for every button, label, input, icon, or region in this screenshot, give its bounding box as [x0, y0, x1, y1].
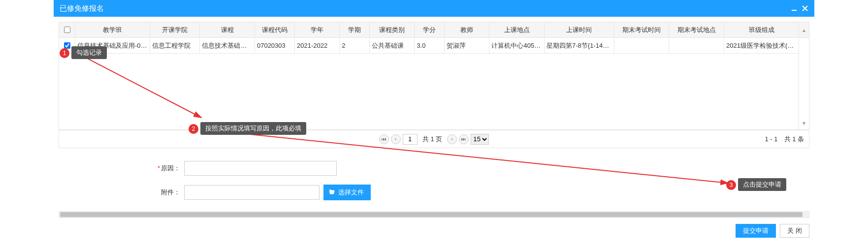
content-area: 1 勾选记录 2 按照实际情况填写原因，此项必填 3 点击提交申请	[54, 17, 814, 242]
cell-term: 2	[340, 38, 370, 54]
attach-input[interactable]	[184, 185, 320, 200]
th-place: 上课地点	[489, 22, 545, 38]
required-mark: *	[158, 164, 160, 172]
table-spacer	[59, 54, 809, 130]
select-all-checkbox[interactable]	[64, 27, 70, 33]
cell-code: 07020303	[255, 38, 294, 54]
th-explace: 期末考试地点	[669, 22, 724, 38]
scroll-up-icon[interactable]: ▲	[802, 28, 806, 33]
page-last-button[interactable]: ⏭	[459, 134, 469, 144]
annotation-badge-1: 1	[60, 48, 69, 58]
submit-button[interactable]: 提交申请	[736, 224, 776, 238]
svg-rect-0	[792, 10, 797, 11]
th-course: 课程	[200, 22, 255, 38]
th-time: 上课时间	[545, 22, 614, 38]
horizontal-scrollbar-thumb[interactable]	[60, 212, 803, 217]
cell-cat: 公共基础课	[370, 38, 415, 54]
th-scroll-gutter: ▲	[799, 22, 809, 38]
attach-label: 附件：	[54, 188, 184, 197]
form-area: *原因： 附件： 选择文件	[54, 161, 814, 200]
page-size-select[interactable]: 15	[471, 134, 489, 145]
cell-teacher: 贺淑萍	[445, 38, 489, 54]
reason-label: *原因：	[54, 164, 184, 173]
horizontal-scrollbar[interactable]	[59, 211, 809, 218]
close-button[interactable]: 关 闭	[780, 224, 809, 238]
attach-row: 附件： 选择文件	[54, 185, 814, 200]
page-next-button[interactable]: ›	[447, 134, 457, 144]
annotation-tip-2: 按照实际情况填写原因，此项必填	[200, 122, 306, 135]
cell-credit: 3.0	[415, 38, 445, 54]
th-credit: 学分	[415, 22, 445, 38]
annotation-badge-2: 2	[189, 124, 198, 134]
annotation-tip-1: 勾选记录	[71, 46, 107, 59]
cell-year: 2021-2022	[295, 38, 340, 54]
th-teacher: 教师	[445, 22, 489, 38]
annotation-tip-3: 点击提交申请	[738, 178, 786, 191]
cell-scroll-gutter: ▼	[799, 38, 809, 130]
data-table-wrapper: 教学班 开课学院 课程 课程代码 学年 学期 课程类别 学分 教师 上课地点 上…	[59, 22, 809, 130]
th-extime: 期末考试时间	[614, 22, 669, 38]
th-classcomp: 班级组成	[724, 22, 799, 38]
page-summary: 1 - 1 共 1 条	[765, 135, 804, 144]
th-college: 开课学院	[150, 22, 200, 38]
scroll-down-icon[interactable]: ▼	[802, 121, 806, 126]
page-input[interactable]	[403, 134, 418, 145]
page-first-button[interactable]: ⏮	[379, 134, 389, 144]
window-title: 已修免修报名	[60, 0, 104, 17]
cell-explace	[669, 38, 724, 54]
th-code: 课程代码	[255, 22, 294, 38]
table-row[interactable]: 信息技术基础及应用-0009 信息工程学院 信息技术基础及应用 07020303…	[59, 38, 809, 54]
cell-classcomp: 2021级医学检验技术(3)班	[724, 38, 799, 54]
cell-place: 计算机中心405;计	[489, 38, 545, 54]
cell-college: 信息工程学院	[150, 38, 200, 54]
footer: 提交申请 关 闭	[54, 218, 814, 242]
window-titlebar: 已修免修报名	[54, 0, 814, 17]
th-year: 学年	[295, 22, 340, 38]
th-cat: 课程类别	[370, 22, 415, 38]
window-controls	[791, 5, 808, 12]
cell-extime	[614, 38, 669, 54]
close-icon[interactable]	[802, 5, 808, 12]
reason-input[interactable]	[184, 161, 337, 176]
minimize-icon[interactable]	[791, 5, 798, 12]
th-class: 教学班	[75, 22, 150, 38]
folder-open-icon	[328, 188, 338, 197]
reason-row: *原因：	[54, 161, 814, 176]
data-table: 教学班 开课学院 课程 课程代码 学年 学期 课程类别 学分 教师 上课地点 上…	[59, 22, 809, 130]
th-term: 学期	[340, 22, 370, 38]
cell-time: 星期四第7-8节{1-14周};	[545, 38, 614, 54]
page-prev-button[interactable]: ‹	[391, 134, 401, 144]
annotation-badge-3: 3	[726, 180, 736, 190]
choose-file-button[interactable]: 选择文件	[323, 185, 371, 200]
table-header-row: 教学班 开课学院 课程 课程代码 学年 学期 课程类别 学分 教师 上课地点 上…	[59, 22, 809, 38]
cell-course: 信息技术基础及应用	[200, 38, 255, 54]
page-total-label: 共 1 页	[422, 135, 442, 144]
pager: ⏮ ‹ 共 1 页 › ⏭ 15 1 - 1 共 1 条	[59, 130, 809, 148]
